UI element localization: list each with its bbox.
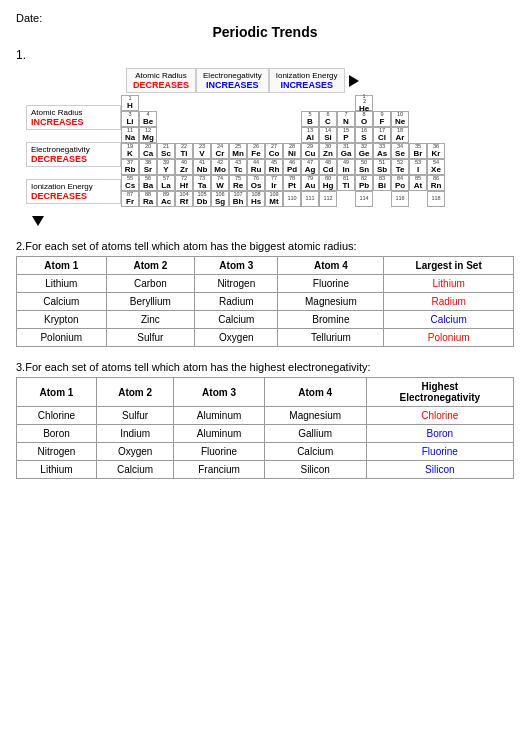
q3-col-atom1: Atom 1 [17,378,97,407]
element-Ba: 56Ba [139,175,157,191]
table-cell: Sulfur [96,407,173,425]
table-cell: Aluminum [174,407,264,425]
element-Ra: 88Ra [139,191,157,207]
element-111: 111 [301,191,319,207]
periodic-main: Atomic Radius INCREASES Electronegativit… [26,95,514,226]
question3-section: 3.For each set of atoms tell which atom … [16,361,514,479]
element-In: 49In [337,159,355,175]
table-cell: Lithium [17,275,107,293]
element-La: 57La [157,175,175,191]
element-Cr: 24Cr [211,143,229,159]
table-cell: Indium [96,425,173,443]
element-Mo: 42Mo [211,159,229,175]
table-cell: Carbon [106,275,195,293]
element-Rb: 37Rb [121,159,139,175]
element-P: 15 P [337,127,355,143]
element-Ar: 18 Ar [391,127,409,143]
element-Co: 27Co [265,143,283,159]
table-cell: Francium [174,461,264,479]
element-Sg: 106Sg [211,191,229,207]
element-Si: 14 Si [319,127,337,143]
table-cell: Fluorine [366,443,513,461]
element-Mt: 109Mt [265,191,283,207]
table-row: PoloniumSulfurOxygenTelluriumPolonium [17,329,514,347]
table-row: KryptonZincCalciumBromineCalcium [17,311,514,329]
element-Rn: 86Rn [427,175,445,191]
element-Ne: 10 Ne [391,111,409,127]
table-cell: Lithium [384,275,514,293]
element-W: 74W [211,175,229,191]
element-B: 5 B [301,111,319,127]
element-Zr: 40Zr [175,159,193,175]
element-N: 7 N [337,111,355,127]
element-Hg: 80Hg [319,175,337,191]
trend-atomic-radius-top: Atomic Radius DECREASES [126,68,196,93]
element-Te: 52Te [391,159,409,175]
trend-electronegativity-top: Electronegativity INCREASES [196,68,269,93]
table-row: LithiumCarbonNitrogenFluorineLithium [17,275,514,293]
q2-col-atom3: Atom 3 [195,257,278,275]
element-F: 9 F [373,111,391,127]
table-cell: Krypton [17,311,107,329]
element-Tl: 81Tl [337,175,355,191]
table-row: NitrogenOxygenFluorineCalciumFluorine [17,443,514,461]
right-arrow-icon [349,75,359,87]
element-Db: 105Db [193,191,211,207]
element-He: 12 He [355,95,373,111]
table-row: ChlorineSulfurAluminumMagnesiumChlorine [17,407,514,425]
element-K: 19K [121,143,139,159]
table-cell: Radium [195,293,278,311]
table-cell: Calcium [96,461,173,479]
element-Ac: 89Ac [157,191,175,207]
element-Ge: 32Ge [355,143,373,159]
table-cell: Fluorine [278,275,384,293]
element-Y: 39Y [157,159,175,175]
element-110: 110 [283,191,301,207]
element-Os: 76Os [247,175,265,191]
element-Ru: 44Ru [247,159,265,175]
element-118: 118 [427,191,445,207]
element-Li: 3 Li [121,111,139,127]
table-cell: Polonium [17,329,107,347]
side-atomic-radius: Atomic Radius INCREASES [26,105,121,130]
element-Mn: 25Mn [229,143,247,159]
q3-col-atom4: Atom 4 [264,378,366,407]
element-S: 16 S [355,127,373,143]
table-cell: Polonium [384,329,514,347]
section1-label: 1. [16,48,514,62]
table-cell: Calcium [384,311,514,329]
table-cell: Gallium [264,425,366,443]
element-Bi: 83Bi [373,175,391,191]
element-Rh: 45Rh [265,159,283,175]
side-labels: Atomic Radius INCREASES Electronegativit… [26,95,121,226]
periodic-table-section: Atomic Radius DECREASES Electronegativit… [26,68,514,226]
element-Tc: 43Tc [229,159,247,175]
q2-col-largest: Largest in Set [384,257,514,275]
q3-col-atom3: Atom 3 [174,378,264,407]
question3-text: 3.For each set of atoms tell which atom … [16,361,514,373]
element-Po: 84Po [391,175,409,191]
element-Ag: 47Ag [301,159,319,175]
table-cell: Tellurium [278,329,384,347]
table-cell: Silicon [264,461,366,479]
element-114: 114 [355,191,373,207]
element-112: 112 [319,191,337,207]
question3-table: Atom 1 Atom 2 Atom 3 Atom 4 HighestElect… [16,377,514,479]
table-cell: Calcium [264,443,366,461]
table-cell: Chlorine [366,407,513,425]
element-Pb: 82Pb [355,175,373,191]
element-C: 6 C [319,111,337,127]
side-electronegativity: Electronegativity DECREASES [26,142,121,167]
top-trends: Atomic Radius DECREASES Electronegativit… [126,68,514,93]
table-cell: Radium [384,293,514,311]
element-Pd: 46Pd [283,159,301,175]
element-Pt: 78Pt [283,175,301,191]
table-cell: Beryllium [106,293,195,311]
element-Cu: 29Cu [301,143,319,159]
table-cell: Chlorine [17,407,97,425]
element-Ga: 31Ga [337,143,355,159]
element-Ta: 73Ta [193,175,211,191]
element-Br: 35Br [409,143,427,159]
element-Ir: 77Ir [265,175,283,191]
element-Se: 34Se [391,143,409,159]
